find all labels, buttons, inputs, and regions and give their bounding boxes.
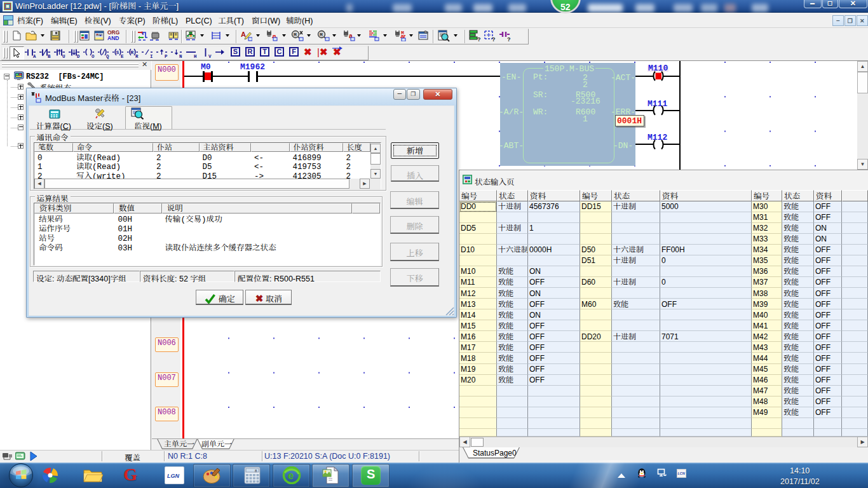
svg-text:M: M [320, 32, 323, 37]
svg-text:?: ? [507, 36, 511, 42]
svg-text:?: ? [477, 36, 481, 42]
svg-text:A: A [241, 30, 246, 38]
svg-text:?: ? [492, 36, 496, 42]
svg-text:R: R [131, 50, 134, 55]
svg-text:e: e [288, 470, 294, 481]
svg-text:M: M [401, 30, 404, 36]
svg-text:M: M [294, 32, 297, 37]
svg-text:52: 52 [560, 2, 571, 12]
svg-text:S: S [116, 50, 119, 55]
